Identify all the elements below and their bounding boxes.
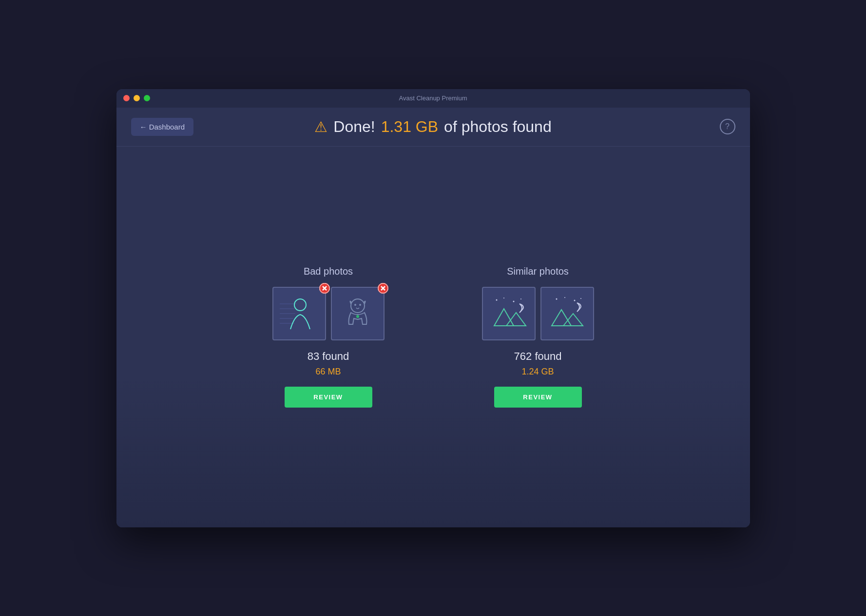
back-button[interactable]: ← Dashboard: [131, 118, 194, 136]
bad-photos-previews: [272, 287, 385, 340]
close-button[interactable]: [123, 95, 130, 101]
help-button[interactable]: ?: [720, 119, 735, 134]
person-photo-icon: [280, 294, 319, 333]
traffic-lights: [123, 95, 150, 101]
page-title: ⚠ Done! 1.31 GB of photos found: [314, 118, 551, 136]
warning-icon: ⚠: [314, 118, 327, 135]
svg-point-28: [556, 299, 557, 300]
svg-point-15: [356, 315, 359, 318]
header: ← Dashboard ⚠ Done! 1.31 GB of photos fo…: [116, 108, 750, 147]
dog-photo-icon: [338, 294, 377, 333]
svg-point-23: [513, 301, 514, 302]
bad-photos-review-button[interactable]: REVIEW: [285, 387, 372, 408]
similar-photos-previews: [482, 287, 594, 340]
title-suffix: of photos found: [444, 118, 552, 136]
svg-point-21: [496, 299, 497, 301]
minimize-button[interactable]: [134, 95, 140, 101]
bad-photo-badge-1: [319, 283, 330, 294]
svg-point-14: [359, 304, 361, 306]
svg-rect-11: [338, 294, 377, 333]
bad-photos-size: 66 MB: [315, 367, 341, 377]
titlebar: Avast Cleanup Premium: [116, 89, 750, 108]
similar-photos-title: Similar photos: [507, 266, 569, 277]
bad-photo-frame-2: [331, 287, 385, 340]
similar-photo-frame-1: [482, 287, 536, 340]
similar-photos-review-button[interactable]: REVIEW: [494, 387, 582, 408]
main-content: Bad photos: [116, 147, 750, 527]
svg-rect-20: [489, 294, 528, 333]
similar-photos-card: Similar photos: [482, 266, 594, 408]
night-landscape-2-icon: [548, 294, 587, 333]
svg-point-22: [503, 298, 504, 299]
bad-photos-title: Bad photos: [304, 266, 353, 277]
svg-rect-27: [548, 294, 587, 333]
title-prefix: Done!: [333, 118, 375, 136]
similar-photo-frame-2: [540, 287, 594, 340]
similar-photos-size: 1.24 GB: [521, 367, 554, 377]
bad-photos-card: Bad photos: [272, 266, 385, 408]
night-landscape-1-icon: [489, 294, 528, 333]
title-size: 1.31 GB: [381, 118, 438, 136]
svg-point-29: [564, 297, 565, 298]
svg-point-24: [520, 299, 521, 299]
app-window: Avast Cleanup Premium ← Dashboard ⚠ Done…: [116, 89, 750, 527]
similar-photos-count: 762 found: [514, 350, 562, 363]
bad-photo-frame-1: [272, 287, 326, 340]
svg-point-30: [574, 300, 575, 301]
maximize-button[interactable]: [144, 95, 150, 101]
bad-photos-count: 83 found: [308, 350, 349, 363]
bad-photo-badge-2: [378, 283, 388, 294]
svg-point-13: [354, 304, 356, 306]
app-title: Avast Cleanup Premium: [399, 94, 467, 102]
svg-point-31: [580, 298, 581, 299]
